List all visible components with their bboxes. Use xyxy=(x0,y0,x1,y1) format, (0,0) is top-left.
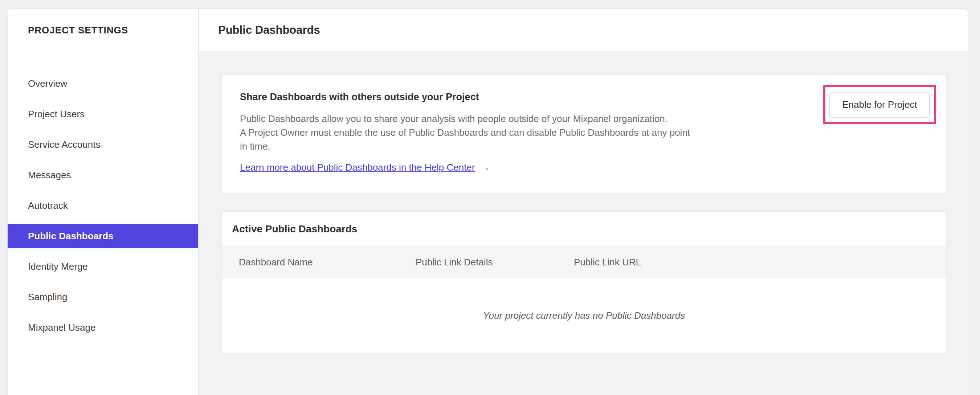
table-header-row: Dashboard Name Public Link Details Publi… xyxy=(222,247,946,278)
settings-panel: PROJECT SETTINGS Overview Project Users … xyxy=(8,9,968,395)
description-line: A Project Owner must enable the use of P… xyxy=(240,126,816,139)
sidebar-nav: Overview Project Users Service Accounts … xyxy=(8,72,198,340)
empty-state-message: Your project currently has no Public Das… xyxy=(483,310,685,321)
sidebar: PROJECT SETTINGS Overview Project Users … xyxy=(8,9,199,395)
sidebar-title: PROJECT SETTINGS xyxy=(8,25,198,36)
sidebar-item-project-users[interactable]: Project Users xyxy=(8,102,198,126)
sidebar-item-mixpanel-usage[interactable]: Mixpanel Usage xyxy=(8,315,198,340)
main-area: Public Dashboards Share Dashboards with … xyxy=(199,9,968,395)
sidebar-item-service-accounts[interactable]: Service Accounts xyxy=(8,132,198,157)
arrow-right-icon: → xyxy=(480,162,490,173)
share-card-heading: Share Dashboards with others outside you… xyxy=(240,91,816,103)
empty-state: Your project currently has no Public Das… xyxy=(222,278,946,353)
enable-for-project-button[interactable]: Enable for Project xyxy=(829,92,930,118)
page-header: Public Dashboards xyxy=(199,9,968,51)
sidebar-item-autotrack[interactable]: Autotrack xyxy=(8,194,198,218)
column-header-public-link-details: Public Link Details xyxy=(415,257,574,268)
sidebar-item-messages[interactable]: Messages xyxy=(8,163,198,187)
description-line: in time. xyxy=(240,139,816,153)
help-center-link[interactable]: Learn more about Public Dashboards in th… xyxy=(240,162,475,173)
active-dashboards-card-header: Active Public Dashboards xyxy=(222,212,946,247)
help-center-link-row: Learn more about Public Dashboards in th… xyxy=(240,162,816,173)
column-header-public-link-url: Public Link URL xyxy=(574,257,946,268)
active-dashboards-card: Active Public Dashboards Dashboard Name … xyxy=(221,211,947,353)
column-header-dashboard-name: Dashboard Name xyxy=(239,257,415,268)
page-title: Public Dashboards xyxy=(218,24,320,37)
sidebar-item-public-dashboards[interactable]: Public Dashboards xyxy=(8,224,198,248)
active-dashboards-heading: Active Public Dashboards xyxy=(232,223,357,235)
sidebar-item-identity-merge[interactable]: Identity Merge xyxy=(8,255,198,279)
share-dashboards-card: Share Dashboards with others outside you… xyxy=(221,75,947,193)
description-line: Public Dashboards allow you to share you… xyxy=(240,112,816,126)
main-body: Share Dashboards with others outside you… xyxy=(199,51,968,395)
annotation-highlight-box: Enable for Project xyxy=(823,85,936,124)
share-card-description: Public Dashboards allow you to share you… xyxy=(240,112,816,153)
sidebar-item-overview[interactable]: Overview xyxy=(8,72,198,96)
sidebar-item-sampling[interactable]: Sampling xyxy=(8,285,198,309)
